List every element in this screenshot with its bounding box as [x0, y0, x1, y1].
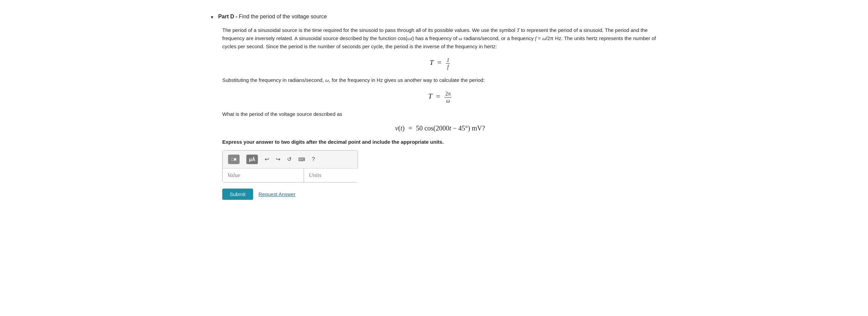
units-input[interactable] — [304, 169, 385, 182]
intro-paragraph: The period of a sinusoidal source is the… — [222, 26, 658, 51]
part-title: Part D - Find the period of the voltage … — [218, 14, 327, 20]
reset-button[interactable]: ↺ — [285, 155, 294, 164]
greek-icon: μÅ — [246, 155, 258, 164]
request-answer-button[interactable]: Request Answer — [259, 191, 296, 197]
answer-box: □■ μÅ ↩ ↪ ↺ ⌨ ? — [222, 150, 358, 182]
input-row — [223, 169, 358, 182]
formula-t-equals-1-over-f: T = 1 f — [222, 57, 658, 70]
page-container: ▼ Part D - Find the period of the voltag… — [196, 7, 672, 207]
part-header: ▼ Part D - Find the period of the voltag… — [210, 14, 658, 20]
sub-intro-paragraph: Substituting the frequency in radians/se… — [222, 76, 658, 84]
undo-icon: ↩ — [265, 156, 269, 162]
redo-icon: ↪ — [276, 156, 280, 162]
submit-button[interactable]: Submit — [222, 189, 253, 200]
reset-icon: ↺ — [287, 156, 291, 162]
part-label: Part D — [218, 14, 234, 19]
mu-button[interactable]: μÅ — [244, 153, 260, 165]
template-icon: □■ — [228, 155, 240, 164]
help-button[interactable]: ? — [310, 155, 317, 164]
instruction-text: Express your answer to two digits after … — [222, 139, 658, 145]
formula-t-equals-2pi-over-omega: T = 2π ω — [222, 90, 658, 104]
answer-toolbar: □■ μÅ ↩ ↪ ↺ ⌨ ? — [223, 151, 358, 169]
collapse-chevron[interactable]: ▼ — [210, 15, 214, 20]
content-area: The period of a sinusoidal source is the… — [222, 26, 658, 200]
keyboard-button[interactable]: ⌨ — [296, 155, 307, 163]
voltage-formula: v(t) = 50 cos(2000t − 45°) mV? — [222, 124, 658, 132]
button-row: Submit Request Answer — [222, 189, 658, 200]
icon-box-button[interactable]: □■ — [226, 153, 242, 165]
help-icon: ? — [312, 156, 315, 162]
value-input[interactable] — [223, 169, 304, 182]
question-paragraph: What is the period of the voltage source… — [222, 110, 658, 118]
undo-button[interactable]: ↩ — [263, 155, 271, 164]
keyboard-icon: ⌨ — [298, 157, 305, 162]
part-separator: - — [235, 14, 239, 19]
part-description: Find the period of the voltage source — [239, 14, 327, 19]
redo-button[interactable]: ↪ — [274, 155, 282, 164]
